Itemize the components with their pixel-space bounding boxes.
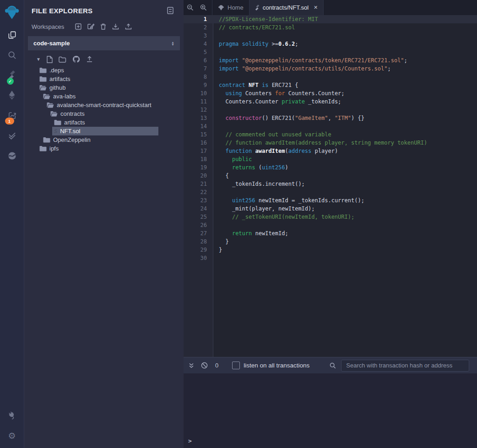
github-icon[interactable]	[72, 55, 80, 63]
rename-workspace-icon[interactable]	[87, 23, 94, 30]
tree-item-contracts[interactable]: contracts	[24, 109, 158, 118]
code-line-text: //SPDX-License-Identifier: MIT	[213, 15, 318, 23]
code-editor[interactable]: 1//SPDX-License-Identifier: MIT2// contr…	[184, 15, 477, 357]
sourcify-icon[interactable]	[8, 146, 16, 166]
tree-item-.deps[interactable]: .deps	[24, 66, 158, 75]
docs-book-icon[interactable]	[167, 7, 173, 14]
file-explorer-icon[interactable]	[8, 25, 16, 45]
deploy-and-run-icon[interactable]	[8, 85, 16, 105]
code-line: 18 public	[184, 155, 477, 163]
code-line-text: // function awardItem(address player, st…	[213, 139, 427, 147]
download-workspace-icon[interactable]	[112, 23, 119, 30]
new-folder-icon[interactable]	[59, 56, 66, 63]
folder-closed-icon	[54, 119, 61, 125]
line-number: 13	[184, 114, 213, 122]
line-number: 16	[184, 139, 213, 147]
plugin-manager-icon[interactable]	[0, 405, 24, 426]
code-line: 27 return newItemId;	[184, 229, 477, 237]
create-workspace-icon[interactable]	[75, 23, 81, 30]
code-line: 15 // commented out unused variable	[184, 130, 477, 139]
code-line: 20 {	[184, 172, 477, 180]
code-line: 19 returns (uint256)	[184, 163, 477, 172]
clear-console-icon[interactable]	[201, 362, 208, 369]
solidity-file-icon	[255, 5, 260, 11]
terminal-prompt[interactable]: >	[188, 437, 192, 444]
tree-item-label: avalanche-smart-contract-quickstart	[57, 102, 152, 108]
code-line: 13 constructor() ERC721("GameItem", "ITM…	[184, 114, 477, 122]
line-number: 9	[184, 81, 213, 89]
code-line-text: function awardItem(address player)	[213, 147, 338, 155]
close-tab-icon[interactable]: ✕	[314, 5, 318, 11]
tree-item-avalanche-smart-contract-quickstart[interactable]: avalanche-smart-contract-quickstart	[24, 101, 158, 109]
tab-contracts-nft-sol[interactable]: contracts/NFT.sol✕	[249, 0, 324, 15]
folder-closed-icon	[39, 67, 47, 73]
folder-closed-icon	[39, 146, 47, 151]
delete-workspace-icon[interactable]	[100, 23, 106, 30]
workspace-select[interactable]: code-sample ▲▼	[28, 36, 180, 50]
terminal-search-input[interactable]	[341, 360, 469, 372]
line-number: 10	[184, 89, 213, 97]
solidity-unit-testing-icon[interactable]	[8, 125, 16, 146]
code-line-text: return newItemId;	[213, 229, 288, 237]
line-number: 8	[184, 73, 213, 81]
line-number: 19	[184, 163, 213, 172]
code-line-text: // _setTokenURI(newItemId, tokenURI);	[213, 213, 354, 221]
terminal-toolbar: 0 listen on all transactions	[184, 357, 477, 373]
code-line: 11 Counters.Counter private _tokenIds;	[184, 97, 477, 106]
code-line-text: returns (uint256)	[213, 163, 288, 172]
tree-item-ava-labs[interactable]: ava-labs	[24, 92, 158, 101]
line-number: 26	[184, 221, 213, 229]
line-number: 5	[184, 48, 213, 56]
code-line-text: {	[213, 172, 229, 180]
tree-item-label: artifacts	[49, 76, 70, 82]
code-line-text	[213, 254, 219, 262]
line-number: 4	[184, 40, 213, 48]
code-line: 14	[184, 122, 477, 130]
code-line-text: }	[213, 237, 229, 246]
terminal-search-icon	[330, 362, 336, 369]
terminal-output: >	[184, 373, 477, 448]
line-number: 1	[184, 15, 213, 23]
code-line-text: import "@openzeppelin/contracts/token/ER…	[213, 56, 407, 65]
tree-item-github[interactable]: github	[24, 83, 158, 92]
settings-icon[interactable]: ⚙	[0, 426, 24, 446]
line-number: 30	[184, 254, 213, 262]
solidity-analyzers-icon[interactable]: 1	[8, 105, 16, 125]
tree-item-label: OpenZeppelin	[53, 136, 91, 143]
line-number: 23	[184, 196, 213, 205]
line-number: 6	[184, 56, 213, 65]
zoom-out-icon[interactable]	[184, 0, 197, 15]
upload-workspace-icon[interactable]	[125, 23, 132, 30]
line-number: 17	[184, 147, 213, 155]
tree-item-openzeppelin[interactable]: OpenZeppelin	[24, 135, 158, 144]
code-line: 28 }	[184, 237, 477, 246]
tree-item-nft.sol[interactable]: SNFT.sol	[24, 127, 158, 135]
listen-transactions-checkbox[interactable]	[232, 362, 240, 369]
line-number: 18	[184, 155, 213, 163]
tree-item-artifacts[interactable]: artifacts	[24, 118, 158, 127]
expand-terminal-icon[interactable]	[188, 362, 195, 369]
terminal: 0 listen on all transactions >	[184, 357, 477, 448]
tree-item-ipfs[interactable]: ipfs	[24, 144, 158, 153]
tab-label: Home	[228, 4, 244, 11]
search-icon[interactable]	[8, 45, 16, 65]
code-line: 3	[184, 32, 477, 40]
remix-file-icon	[218, 5, 224, 11]
zoom-in-icon[interactable]	[197, 0, 210, 15]
remix-logo-icon[interactable]	[0, 0, 24, 25]
collapse-tree-icon[interactable]: ▼	[36, 57, 41, 62]
code-line-text: }	[213, 246, 222, 254]
badge-success: ✓	[7, 78, 14, 85]
tab-home[interactable]: Home	[212, 0, 249, 15]
load-local-file-icon[interactable]	[86, 56, 93, 63]
line-number: 11	[184, 97, 213, 106]
solidity-compiler-icon[interactable]: ✓	[8, 65, 16, 85]
code-line-text: public	[213, 155, 252, 163]
new-file-icon[interactable]	[47, 56, 53, 63]
code-line: 26	[184, 221, 477, 229]
tree-item-artifacts[interactable]: artifacts	[24, 75, 158, 83]
code-line: 21 _tokenIds.increment();	[184, 180, 477, 188]
code-line: 29}	[184, 246, 477, 254]
line-number: 7	[184, 65, 213, 73]
code-line: 5	[184, 48, 477, 56]
